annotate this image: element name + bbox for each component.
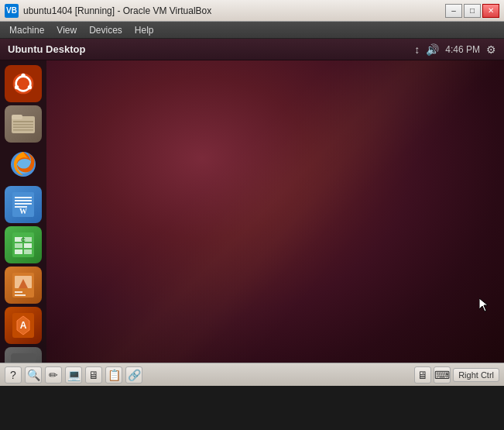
- volume-icon[interactable]: 🔊: [426, 43, 439, 56]
- taskbar-right: 🖥 ⌨ Right Ctrl: [414, 366, 499, 384]
- svg-rect-6: [12, 115, 22, 119]
- launcher-firefox[interactable]: [5, 146, 42, 183]
- launcher: W C: [0, 60, 46, 386]
- desktop[interactable]: W C: [0, 60, 504, 386]
- svg-rect-24: [15, 249, 22, 254]
- taskbar-help-icon[interactable]: ?: [5, 366, 22, 384]
- launcher-impress[interactable]: [5, 267, 42, 304]
- svg-point-2: [21, 74, 25, 77]
- svg-text:W: W: [19, 207, 27, 215]
- taskbar-clipboard-icon[interactable]: 📋: [105, 366, 122, 384]
- svg-rect-30: [15, 291, 22, 293]
- launcher-ubuntu-home[interactable]: [5, 65, 42, 102]
- svg-rect-15: [15, 200, 32, 201]
- ubuntu-desktop-label: Ubuntu Desktop: [8, 43, 414, 55]
- menu-bar: Machine View Devices Help: [0, 22, 504, 39]
- close-button[interactable]: ✕: [482, 4, 499, 18]
- top-bar-right: ↕ 🔊 4:46 PM ⚙: [414, 43, 496, 56]
- taskbar-keyboard-icon[interactable]: ⌨: [434, 366, 451, 384]
- window-controls: – □ ✕: [445, 4, 499, 18]
- taskbar-monitor-icon[interactable]: 🖥: [414, 366, 431, 384]
- svg-rect-8: [13, 124, 33, 126]
- svg-rect-25: [24, 249, 32, 254]
- ubuntu-top-bar: Ubuntu Desktop ↕ 🔊 4:46 PM ⚙: [0, 39, 504, 60]
- svg-rect-31: [15, 294, 26, 296]
- svg-rect-10: [13, 129, 33, 131]
- svg-point-3: [28, 85, 32, 89]
- taskbar: ? 🔍 ✏ 💻 🖥 📋 🔗 🖥 ⌨ Right Ctrl: [0, 363, 504, 386]
- menu-view[interactable]: View: [50, 23, 83, 37]
- svg-rect-22: [15, 243, 22, 248]
- svg-rect-16: [15, 203, 32, 205]
- svg-rect-23: [24, 243, 32, 248]
- taskbar-display-icon[interactable]: 🖥: [85, 366, 102, 384]
- app-icon: VB: [5, 4, 19, 18]
- launcher-file-manager[interactable]: [5, 105, 42, 143]
- mouse-cursor: [479, 298, 489, 312]
- settings-icon[interactable]: ⚙: [486, 43, 496, 56]
- menu-machine[interactable]: Machine: [3, 23, 50, 37]
- svg-rect-9: [13, 127, 33, 129]
- window-title: ubuntu1404 [Running] - Oracle VM Virtual…: [23, 5, 445, 16]
- desktop-background[interactable]: [46, 60, 504, 386]
- svg-rect-14: [15, 197, 32, 198]
- launcher-software-center[interactable]: A: [5, 307, 42, 344]
- maximize-button[interactable]: □: [464, 4, 481, 18]
- svg-marker-36: [479, 298, 488, 311]
- minimize-button[interactable]: –: [445, 4, 462, 18]
- launcher-calc[interactable]: C: [5, 226, 42, 263]
- svg-point-4: [15, 85, 19, 89]
- input-icon[interactable]: ↕: [414, 43, 420, 56]
- taskbar-network-icon[interactable]: 🔗: [125, 366, 142, 384]
- svg-text:A: A: [20, 320, 27, 331]
- right-ctrl-badge[interactable]: Right Ctrl: [453, 368, 499, 382]
- svg-rect-7: [13, 121, 33, 122]
- time-display[interactable]: 4:46 PM: [445, 44, 480, 55]
- taskbar-computer-icon[interactable]: 💻: [65, 366, 82, 384]
- menu-devices[interactable]: Devices: [83, 23, 129, 37]
- menu-help[interactable]: Help: [129, 23, 160, 37]
- taskbar-edit-icon[interactable]: ✏: [45, 366, 62, 384]
- taskbar-search-icon[interactable]: 🔍: [25, 366, 42, 384]
- svg-text:C: C: [21, 236, 26, 243]
- launcher-writer[interactable]: W: [5, 186, 42, 223]
- title-bar: VB ubuntu1404 [Running] - Oracle VM Virt…: [0, 0, 504, 22]
